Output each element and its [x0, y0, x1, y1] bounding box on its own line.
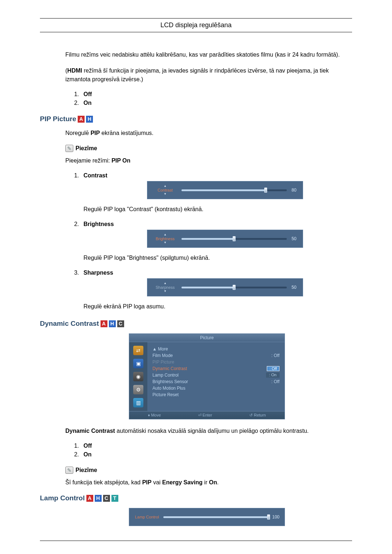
- osd-multi-icon[interactable]: ▥: [133, 398, 143, 407]
- heading-text: PIP Picture: [40, 115, 76, 123]
- header-rule: [40, 32, 352, 32]
- slider-value: 80: [287, 188, 301, 193]
- slider-thumb[interactable]: [267, 514, 270, 520]
- slider-value: 50: [287, 236, 301, 241]
- up-arrow-icon[interactable]: ▲: [164, 282, 167, 285]
- slider-track[interactable]: [163, 516, 269, 518]
- item-name: Contrast: [83, 172, 107, 178]
- osd-picture-icon[interactable]: ▣: [133, 359, 143, 368]
- mode-badge-h: H: [109, 320, 116, 327]
- pip-sharpness-item: Sharpness ▲ Sharpness ▼ 50 Regulē ekrānā…: [81, 270, 352, 311]
- option-on: On: [81, 451, 352, 458]
- pip-brightness-item: Brightness ▲ Brightness ▼ 50 Regulē PIP …: [81, 221, 352, 262]
- slider-row: ▲ Brightness ▼ 50: [149, 231, 301, 246]
- osd-row-lamp-control[interactable]: Lamp Control: On: [152, 372, 279, 378]
- up-arrow-icon[interactable]: ▲: [164, 233, 167, 236]
- osd-sound-icon[interactable]: ◉: [133, 372, 143, 381]
- slider-row: Lamp Control 100: [131, 510, 283, 524]
- slider-label: Contrast: [158, 188, 173, 192]
- osd-more[interactable]: ▲ More: [152, 346, 279, 352]
- energy-bold: Energy Saving: [162, 479, 203, 485]
- osd-row-picture-reset[interactable]: Picture Reset: [152, 391, 279, 398]
- slider-fill: [163, 516, 269, 518]
- text: automātiski nosaka vizuālā signāla dalīj…: [115, 428, 309, 434]
- dynamic-contrast-options: Off On: [65, 443, 352, 458]
- slider-thumb[interactable]: [264, 188, 267, 193]
- option-off: Off: [81, 91, 352, 98]
- text: Noregulē: [65, 130, 90, 136]
- note-label: Piezīme: [75, 467, 97, 473]
- sharpness-description: Regulē ekrānā PIP loga asumu.: [83, 302, 352, 311]
- note-icon: ✎: [65, 467, 73, 474]
- mode-badge-a: A: [78, 116, 85, 123]
- mode-badge-a: A: [101, 320, 107, 327]
- osd-value: : Off: [267, 366, 279, 371]
- osd-hint-return: ↺ Return: [249, 413, 266, 418]
- down-arrow-icon[interactable]: ▼: [164, 193, 167, 196]
- slider-label: Lamp Control: [135, 515, 159, 519]
- down-arrow-icon[interactable]: ▼: [164, 241, 167, 244]
- contrast-description: Regulē PIP loga "Contrast" (kontrastu) e…: [83, 205, 352, 214]
- note-row: ✎ Piezīme: [65, 467, 352, 474]
- osd-row-brightness-sensor[interactable]: Brightness Sensor: Off: [152, 378, 279, 385]
- osd-menu-panel: Picture ⇄ ▣ ◉ ⚙ ▥ ▲ More Film Mode: Off …: [129, 333, 285, 419]
- text: režīmā šī funkcija ir pieejama, ja ievad…: [65, 67, 329, 82]
- pip-bold: PIP: [90, 130, 100, 136]
- pip-description: Noregulē PIP ekrāna iestatījumus.: [65, 129, 352, 138]
- pip-options-list: Contrast ▲ Contrast ▼ 80 Regulē PIP loga…: [65, 172, 352, 311]
- slider-fill: [181, 287, 234, 288]
- text: ir: [203, 479, 209, 485]
- heading-text: Lamp Control: [40, 494, 85, 502]
- slider-fill: [181, 238, 234, 240]
- note-row: ✎ Piezīme: [65, 145, 352, 152]
- slider-value: 50: [287, 285, 301, 290]
- option-on: On: [81, 100, 352, 106]
- osd-body: ⇄ ▣ ◉ ⚙ ▥ ▲ More Film Mode: Off PIP Pict…: [129, 342, 285, 411]
- slider-label-col: Lamp Control: [131, 515, 163, 519]
- osd-row-dynamic-contrast[interactable]: Dynamic Contrast: Off: [152, 365, 279, 372]
- slider-track[interactable]: [181, 287, 287, 288]
- lamp-control-heading: Lamp Control A H C T: [40, 494, 352, 502]
- osd-row-film-mode[interactable]: Film Mode: Off: [152, 352, 279, 359]
- mode-badge-h: H: [95, 495, 102, 502]
- page-header: LCD displeja regulēšana: [40, 21, 352, 29]
- pip-on-bold: PIP On: [111, 157, 130, 164]
- on-bold: On: [209, 479, 217, 485]
- item-name: Brightness: [83, 221, 114, 227]
- slider-track[interactable]: [181, 238, 287, 240]
- osd-footer: ♦ Move ⏎ Enter ↺ Return: [129, 411, 285, 419]
- osd-setup-icon[interactable]: ⚙: [133, 385, 143, 394]
- brightness-slider-panel: ▲ Brightness ▼ 50: [147, 230, 303, 248]
- osd-hint-move: ♦ Move: [148, 413, 161, 418]
- slider-row: ▲ Contrast ▼ 80: [149, 183, 301, 197]
- slider-thumb[interactable]: [233, 285, 236, 290]
- osd-row-auto-motion[interactable]: Auto Motion Plus: [152, 385, 279, 391]
- note-label: Piezīme: [75, 145, 97, 152]
- hdmi-note: (HDMI režīmā šī funkcija ir pieejama, ja…: [65, 66, 352, 84]
- text: .: [217, 479, 219, 485]
- osd-title: Picture: [129, 334, 285, 342]
- slider-label: Sharpness: [156, 285, 175, 290]
- osd-row-pip-picture: PIP Picture: [152, 359, 279, 365]
- slider-fill: [181, 189, 266, 191]
- up-arrow-icon[interactable]: ▲: [164, 185, 167, 188]
- bold: Dynamic Contrast: [65, 428, 115, 434]
- osd-input-icon[interactable]: ⇄: [133, 346, 143, 355]
- contrast-slider-panel: ▲ Contrast ▼ 80: [147, 181, 303, 199]
- option-label: On: [83, 451, 91, 457]
- slider-thumb[interactable]: [233, 236, 236, 241]
- slider-label-col: ▲ Sharpness ▼: [149, 282, 181, 293]
- osd-value: : Off: [271, 353, 279, 358]
- slider-track[interactable]: [181, 189, 287, 191]
- slider-label: Brightness: [156, 237, 175, 241]
- text: Pieejamie režīmi:: [65, 157, 111, 164]
- top-rule: [40, 18, 352, 19]
- osd-value: : Off: [271, 379, 279, 384]
- mode-badge-a: A: [86, 495, 93, 502]
- mode-badge-c: C: [103, 495, 110, 502]
- osd-value: : On: [266, 373, 279, 378]
- slider-label-col: ▲ Contrast ▼: [149, 185, 181, 196]
- down-arrow-icon[interactable]: ▼: [164, 290, 167, 293]
- slider-value: 100: [269, 514, 283, 520]
- lamp-slider-panel: Lamp Control 100: [129, 508, 285, 526]
